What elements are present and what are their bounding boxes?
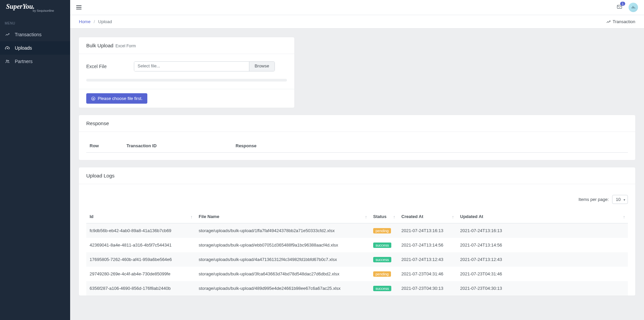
col-status[interactable]: Status↑: [370, 210, 398, 223]
menu-toggle-button[interactable]: [76, 5, 82, 9]
cell-file: storage/uploads/bulk-upload/4a471361312f…: [195, 252, 370, 267]
sidebar-item-partners[interactable]: Partners: [0, 55, 70, 68]
sort-icon: ↑: [393, 214, 396, 219]
status-badge: success: [373, 243, 391, 248]
col-row[interactable]: Row: [86, 139, 123, 153]
svg-point-1: [8, 60, 9, 61]
brand-sub: by Sequisonline: [33, 9, 54, 12]
bulk-upload-title: Bulk Upload: [86, 43, 113, 48]
notif-badge: 1: [620, 2, 625, 6]
table-row[interactable]: 42369041-8a4e-4811-a316-4b5f7c544341stor…: [86, 238, 628, 252]
cell-file: storage/uploads/bulk-upload/3fca643663d7…: [195, 267, 370, 281]
arrow-down-circle-icon: [91, 96, 96, 101]
pager-label: Items per page:: [579, 197, 609, 202]
cell-status: pending: [370, 223, 398, 238]
upload-logs-card: Upload Logs Items per page: 10: [79, 167, 635, 296]
bulk-upload-card: Bulk Upload Excel Form Excel File Select…: [79, 37, 294, 108]
status-badge: pending: [373, 228, 391, 233]
table-row[interactable]: 17695805-7262-460b-af41-959a6be564e6stor…: [86, 252, 628, 267]
col-created-at[interactable]: Created At↑: [398, 210, 457, 223]
cell-file: storage/uploads/bulk-upload/489d995e4de2…: [195, 281, 370, 296]
avatar-icon: [631, 5, 635, 9]
cell-id: 6356f287-a106-4690-856d-176f8ab2440b: [86, 281, 195, 296]
status-badge: success: [373, 257, 391, 262]
page-label: Transaction: [606, 19, 635, 24]
sort-icon: ↑: [365, 214, 367, 219]
topbar: 1: [70, 0, 644, 15]
status-badge: success: [373, 286, 391, 291]
cell-created: 2021-07-24T13:14:56: [398, 238, 457, 252]
breadcrumb-home[interactable]: Home: [79, 19, 91, 24]
table-row[interactable]: 6356f287-a106-4690-856d-176f8ab2440bstor…: [86, 281, 628, 296]
upload-progress: [86, 79, 287, 82]
cell-status: success: [370, 281, 398, 296]
bulk-upload-subtitle: Excel Form: [115, 44, 136, 48]
brand-main: SuperYou.: [6, 3, 35, 10]
cell-id: 17695805-7262-460b-af41-959a6be564e6: [86, 252, 195, 267]
sidebar-item-label: Partners: [15, 59, 33, 64]
avatar[interactable]: [629, 3, 638, 12]
table-row[interactable]: 29749280-269e-4c4f-ab4e-730de85099festor…: [86, 267, 628, 281]
response-header: Response: [79, 115, 635, 132]
cell-id: 29749280-269e-4c4f-ab4e-730de85099fe: [86, 267, 195, 281]
browse-button[interactable]: Browse: [249, 62, 275, 71]
upload-submit-button[interactable]: Please choose file first.: [86, 93, 147, 104]
svg-rect-2: [617, 5, 622, 9]
pager-select[interactable]: 10: [612, 195, 628, 204]
sidebar-item-uploads[interactable]: Uploads: [0, 41, 70, 55]
col-transaction-id[interactable]: Transaction ID: [123, 139, 232, 153]
content: Bulk Upload Excel Form Excel File Select…: [70, 29, 644, 320]
page-label-text: Transaction: [613, 19, 635, 24]
file-placeholder: Select file...: [134, 62, 249, 71]
breadcrumb: Home / Upload: [79, 19, 112, 24]
cell-file: storage/uploads/bulk-upload/1ffa7faf4942…: [195, 223, 370, 238]
sort-icon: ↑: [191, 214, 193, 219]
cell-id: 42369041-8a4e-4811-a316-4b5f7c544341: [86, 238, 195, 252]
cell-id: fc9db56b-eb42-4ab0-89a8-41a136b7cb69: [86, 223, 195, 238]
cell-updated: 2021-07-23T04:31:46: [457, 267, 628, 281]
brand-logo[interactable]: SuperYou. by Sequisonline: [0, 0, 70, 15]
cell-created: 2021-07-24T13:12:43: [398, 252, 457, 267]
sort-icon: ↑: [452, 214, 454, 219]
sidebar: SuperYou. by Sequisonline MENU Transacti…: [0, 0, 70, 320]
sidebar-item-label: Transactions: [15, 32, 42, 37]
bulk-upload-header: Bulk Upload Excel Form: [79, 37, 294, 54]
status-badge: pending: [373, 271, 391, 277]
svg-point-0: [6, 60, 8, 61]
col-updated-at[interactable]: Updated At↑: [457, 210, 628, 223]
cell-file: storage/uploads/bulk-upload/ebb07051d365…: [195, 238, 370, 252]
logs-table: Id↑ File Name↑ Status↑ Created At↑ Updat…: [86, 210, 628, 296]
pager: Items per page: 10: [86, 192, 628, 210]
col-id[interactable]: Id↑: [86, 210, 195, 223]
cell-updated: 2021-07-23T04:30:13: [457, 281, 628, 296]
file-input[interactable]: Select file... Browse: [134, 61, 275, 71]
cloud-upload-icon: [5, 45, 10, 51]
response-table: Row Transaction ID Response: [86, 139, 628, 153]
sidebar-item-transactions[interactable]: Transactions: [0, 28, 70, 41]
breadcrumb-bar: Home / Upload Transaction: [70, 15, 644, 29]
breadcrumb-current: Upload: [98, 19, 112, 24]
table-row[interactable]: fc9db56b-eb42-4ab0-89a8-41a136b7cb69stor…: [86, 223, 628, 238]
cell-updated: 2021-07-24T13:14:56: [457, 238, 628, 252]
cell-updated: 2021-07-24T13:16:13: [457, 223, 628, 238]
col-file-name[interactable]: File Name↑: [195, 210, 370, 223]
sort-icon: ↑: [623, 214, 626, 219]
cell-status: pending: [370, 267, 398, 281]
col-response[interactable]: Response: [232, 139, 628, 153]
upload-logs-header: Upload Logs: [79, 167, 635, 184]
chart-icon: [5, 32, 10, 37]
breadcrumb-separator: /: [94, 19, 95, 24]
users-icon: [5, 59, 10, 64]
sidebar-item-label: Uploads: [15, 45, 32, 51]
response-card: Response Row Transaction ID Response: [79, 115, 635, 160]
cell-created: 2021-07-23T04:30:13: [398, 281, 457, 296]
chart-icon: [606, 19, 611, 24]
upload-submit-label: Please choose file first.: [98, 96, 143, 101]
notifications-button[interactable]: 1: [616, 4, 623, 11]
cell-status: success: [370, 238, 398, 252]
cell-created: 2021-07-24T13:16:13: [398, 223, 457, 238]
cell-updated: 2021-07-24T13:12:43: [457, 252, 628, 267]
cell-status: success: [370, 252, 398, 267]
main: 1 Home / Upload Transaction Bulk Uplo: [70, 0, 644, 320]
menu-label: MENU: [0, 15, 70, 28]
